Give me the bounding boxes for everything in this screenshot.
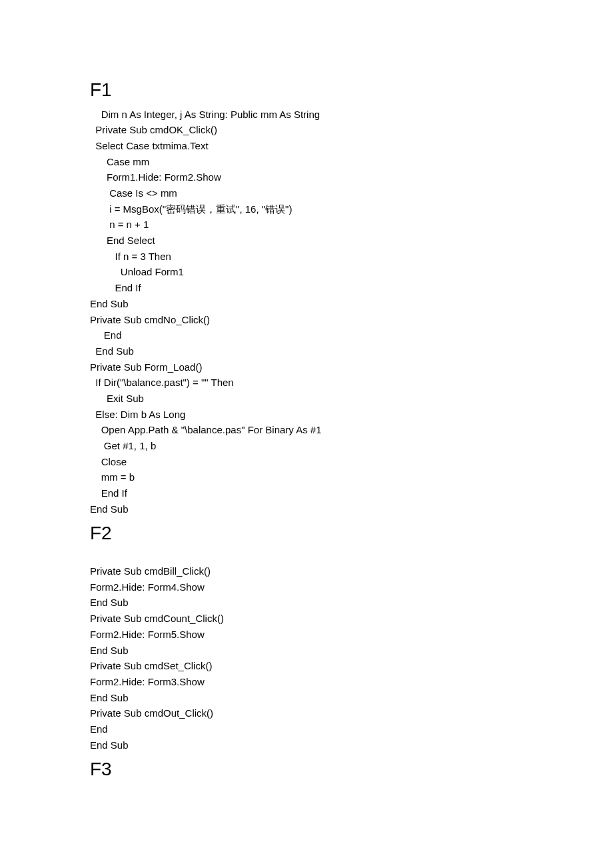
code-line: Private Sub cmdOut_Click() xyxy=(90,705,523,721)
code-line: n = n + 1 xyxy=(90,217,523,233)
code-line: Close xyxy=(90,454,523,470)
code-line: Get #1, 1, b xyxy=(90,438,523,454)
code-line: End Select xyxy=(90,233,523,249)
code-line: End Sub xyxy=(90,296,523,312)
code-line: Dim n As Integer, j As String: Public mm… xyxy=(90,107,523,123)
code-line: Private Sub cmdSet_Click() xyxy=(90,658,523,674)
code-line: Exit Sub xyxy=(90,391,523,407)
code-line: Private Sub cmdBill_Click() xyxy=(90,563,523,579)
code-line: Case Is <> mm xyxy=(90,185,523,201)
code-line: End xyxy=(90,327,523,343)
section-f1: F1 Dim n As Integer, j As String: Public… xyxy=(90,79,523,517)
section-f2: F2 Private Sub cmdBill_Click() Form2.Hid… xyxy=(90,522,523,753)
code-line: Select Case txtmima.Text xyxy=(90,138,523,154)
section-f3: F3 xyxy=(90,758,523,781)
code-line: Case mm xyxy=(90,154,523,170)
code-line: End Sub xyxy=(90,343,523,359)
code-line: Form2.Hide: Form4.Show xyxy=(90,579,523,595)
code-line: Open App.Path & "\balance.pas" For Binar… xyxy=(90,422,523,438)
code-line: End Sub xyxy=(90,737,523,753)
heading-f2: F2 xyxy=(90,522,523,545)
code-line: Private Sub Form_Load() xyxy=(90,359,523,375)
code-line: Form1.Hide: Form2.Show xyxy=(90,169,523,185)
code-line: End If xyxy=(90,485,523,501)
code-line: Form2.Hide: Form3.Show xyxy=(90,674,523,690)
code-line: Private Sub cmdNo_Click() xyxy=(90,312,523,328)
code-line: End Sub xyxy=(90,643,523,659)
heading-f1: F1 xyxy=(90,79,523,101)
code-line: i = MsgBox("密码错误，重试", 16, "错误") xyxy=(90,201,523,217)
code-line: mm = b xyxy=(90,469,523,485)
code-line: If Dir("\balance.past") = "" Then xyxy=(90,375,523,391)
heading-f3: F3 xyxy=(90,758,523,781)
code-line: End Sub xyxy=(90,595,523,611)
code-line: Private Sub cmdCount_Click() xyxy=(90,611,523,627)
code-line: End Sub xyxy=(90,690,523,706)
code-line: Private Sub cmdOK_Click() xyxy=(90,122,523,138)
code-line: Unload Form1 xyxy=(90,264,523,280)
code-line: Else: Dim b As Long xyxy=(90,407,523,423)
code-line: Form2.Hide: Form5.Show xyxy=(90,627,523,643)
code-line: End xyxy=(90,721,523,737)
code-line: If n = 3 Then xyxy=(90,249,523,265)
code-line: End Sub xyxy=(90,501,523,517)
code-line: End If xyxy=(90,280,523,296)
